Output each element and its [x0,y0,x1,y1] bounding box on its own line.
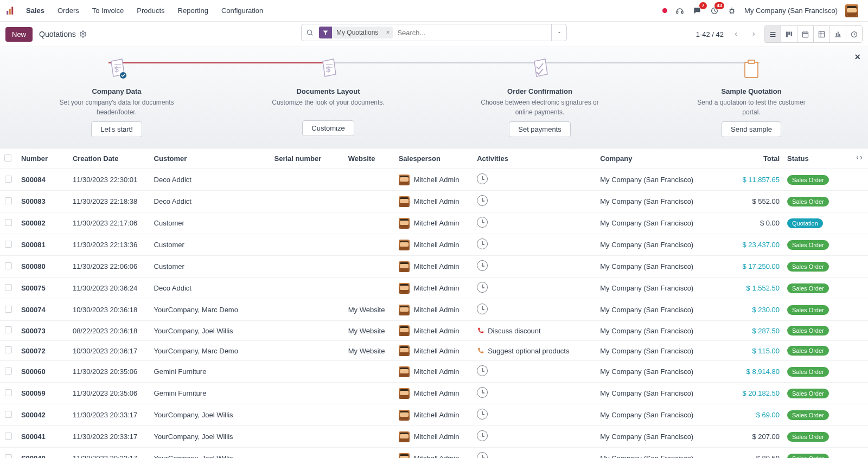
col-creation-date[interactable]: Creation Date [68,149,150,169]
search-box[interactable]: My Quotations × [301,24,567,41]
pager-prev[interactable] [729,27,743,41]
col-total[interactable]: Total [724,149,784,169]
table-row[interactable]: S00059 11/30/2023 20:35:06 Gemini Furnit… [0,383,868,404]
activity-cell[interactable]: Suggest optional products [477,347,591,355]
cell-total: $ 80.50 [724,448,784,459]
menu-to-invoice[interactable]: To Invoice [86,0,131,22]
activity-clock-icon[interactable] [477,430,488,441]
row-checkbox[interactable] [5,197,12,204]
cell-serial [270,448,344,459]
activity-clock-icon[interactable] [477,260,488,271]
col-activities[interactable]: Activities [473,149,596,169]
pager[interactable]: 1-42 / 42 [696,30,724,38]
table-row[interactable]: S00081 11/30/2023 22:13:36 Customer Mitc… [0,234,868,256]
app-logo-icon[interactable] [5,6,15,16]
activity-clock-icon[interactable] [477,282,488,293]
row-checkbox[interactable] [5,326,12,333]
table-row[interactable]: S00074 10/30/2023 20:36:18 YourCompany, … [0,299,868,321]
menu-orders[interactable]: Orders [51,0,86,22]
view-graph-icon[interactable] [829,26,846,42]
row-checkbox[interactable] [5,433,12,440]
salesperson-name: Mitchell Admin [414,367,459,376]
col-salesperson[interactable]: Salesperson [394,149,473,169]
view-list-icon[interactable] [764,26,781,42]
activity-clock-icon[interactable] [477,365,488,376]
row-checkbox[interactable] [5,454,12,459]
activity-clock-icon[interactable] [477,387,488,398]
onboarding-step-button[interactable]: Send sample [722,121,781,137]
table-row[interactable]: S00084 11/30/2023 22:30:01 Deco Addict M… [0,169,868,191]
pager-next[interactable] [746,27,761,41]
table-row[interactable]: S00060 11/30/2023 20:35:06 Gemini Furnit… [0,361,868,383]
select-all-checkbox[interactable] [4,154,11,162]
support-icon[interactable] [675,6,685,16]
onboarding-step-2: Order Confirmation Choose between electr… [434,57,646,137]
row-checkbox[interactable] [5,389,12,396]
table-row[interactable]: S00075 11/30/2023 20:36:24 Deco Addict M… [0,278,868,299]
onboarding-step-icon [738,57,764,83]
row-checkbox[interactable] [5,367,12,375]
search-dropdown-toggle[interactable] [551,24,566,41]
table-row[interactable]: S00042 11/30/2023 20:33:17 YourCompany, … [0,404,868,426]
table-row[interactable]: S00073 08/22/2023 20:36:18 YourCompany, … [0,321,868,341]
table-row[interactable]: S00041 11/30/2023 20:33:17 YourCompany, … [0,426,868,448]
menu-reporting[interactable]: Reporting [171,0,215,22]
onboarding-step-button[interactable]: Set payments [509,121,571,137]
company-switcher[interactable]: My Company (San Francisco) [744,7,838,15]
row-checkbox[interactable] [5,411,12,418]
messages-icon[interactable]: 7 [692,6,702,16]
activity-clock-icon[interactable] [477,452,488,458]
gear-icon[interactable] [79,30,87,38]
col-status[interactable]: Status [784,149,851,169]
app-name[interactable]: Sales [20,0,51,22]
col-serial[interactable]: Serial number [270,149,344,169]
row-checkbox[interactable] [5,241,12,248]
row-checkbox[interactable] [5,219,12,226]
col-website[interactable]: Website [344,149,394,169]
table-row[interactable]: S00080 11/30/2023 22:06:06 Customer Mitc… [0,256,868,278]
row-checkbox[interactable] [5,262,12,269]
activity-clock-icon[interactable] [477,409,488,420]
row-checkbox[interactable] [5,346,12,353]
user-avatar[interactable] [845,4,858,17]
cell-salesperson: Mitchell Admin [399,305,469,315]
activity-clock-icon[interactable] [477,304,488,314]
activity-clock-icon[interactable] [477,217,488,228]
table-row[interactable]: S00040 11/30/2023 20:33:17 YourCompany, … [0,448,868,459]
svg-rect-19 [748,60,755,63]
new-button[interactable]: New [5,27,33,42]
cell-total: $ 17,250.00 [724,256,784,278]
cell-customer: YourCompany, Joel Willis [150,321,270,341]
row-checkbox[interactable] [5,306,12,313]
optional-columns-icon[interactable] [856,155,863,163]
activity-clock-icon[interactable] [477,195,488,206]
table-row[interactable]: S00082 11/30/2023 22:17:06 Customer Mitc… [0,212,868,234]
cell-date: 11/30/2023 20:33:17 [68,426,150,448]
menu-products[interactable]: Products [130,0,171,22]
row-checkbox[interactable] [5,176,12,183]
menu-configuration[interactable]: Configuration [215,0,270,22]
salesperson-name: Mitchell Admin [414,197,459,205]
view-pivot-icon[interactable] [813,26,829,42]
activities-icon[interactable]: 43 [710,6,719,16]
view-calendar-icon[interactable] [797,26,813,42]
row-checkbox[interactable] [5,284,12,291]
onboarding-step-button[interactable]: Let's start! [91,121,142,137]
col-customer[interactable]: Customer [150,149,270,169]
debug-icon[interactable] [727,6,737,16]
facet-remove[interactable]: × [382,27,393,38]
activity-clock-icon[interactable] [477,173,488,184]
col-company[interactable]: Company [596,149,723,169]
cell-website [344,426,394,448]
activity-clock-icon[interactable] [477,238,488,249]
view-kanban-icon[interactable] [781,26,797,42]
col-number[interactable]: Number [17,149,68,169]
cell-date: 11/30/2023 20:33:17 [68,448,150,459]
search-input[interactable] [393,29,551,37]
activity-cell[interactable]: Discuss discount [477,327,591,335]
salesperson-name: Mitchell Admin [414,176,459,184]
view-activity-icon[interactable] [846,26,862,42]
table-row[interactable]: S00083 11/30/2023 22:18:38 Deco Addict M… [0,191,868,212]
onboarding-step-button[interactable]: Customize [302,120,354,136]
table-row[interactable]: S00072 10/30/2023 20:36:17 YourCompany, … [0,341,868,361]
